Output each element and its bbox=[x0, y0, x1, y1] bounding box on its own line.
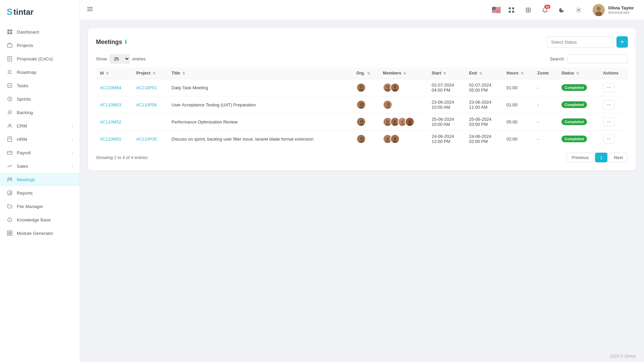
logo: S tintar bbox=[0, 0, 80, 24]
next-button[interactable]: Next bbox=[609, 153, 628, 162]
col-hours[interactable]: Hours ⇅ bbox=[502, 67, 533, 79]
sidebar-item-tasks[interactable]: Tasks bbox=[0, 79, 80, 92]
sidebar-item-hrm-label: HRM bbox=[17, 137, 71, 142]
sidebar-item-sprints[interactable]: Sprints bbox=[0, 92, 80, 106]
cell-start: 23-06-202410:00 AM bbox=[428, 96, 465, 113]
col-end[interactable]: End ⇅ bbox=[465, 67, 503, 79]
svg-text:tintar: tintar bbox=[13, 7, 34, 16]
menu-toggle-icon[interactable] bbox=[87, 6, 93, 14]
row-actions-button[interactable]: ··· bbox=[603, 134, 615, 144]
meeting-id-link[interactable]: #C110M52 bbox=[100, 119, 121, 124]
add-meeting-button[interactable]: + bbox=[616, 36, 628, 48]
sidebar-item-meetings[interactable]: Meetings bbox=[0, 173, 80, 186]
svg-point-62 bbox=[360, 103, 363, 106]
org-avatar-group bbox=[356, 83, 375, 92]
knowledgebase-icon bbox=[7, 217, 13, 223]
svg-point-80 bbox=[408, 120, 411, 123]
col-start[interactable]: Start ⇅ bbox=[428, 67, 465, 79]
svg-rect-4 bbox=[7, 32, 9, 34]
cell-id: #C110M54 bbox=[96, 79, 132, 96]
sidebar-item-modulegenerator[interactable]: Module Generator bbox=[0, 226, 80, 240]
select-status-input[interactable] bbox=[547, 37, 614, 48]
dashboard-icon bbox=[7, 29, 13, 35]
cell-project: #C110P35 bbox=[132, 131, 167, 148]
sidebar-item-crm-label: CRM bbox=[17, 123, 71, 128]
notifications-button[interactable]: 54 bbox=[539, 4, 551, 16]
col-status[interactable]: Status ⇅ bbox=[557, 67, 599, 79]
language-flag[interactable]: 🇺🇸 bbox=[492, 6, 501, 14]
info-icon[interactable]: ℹ bbox=[125, 39, 127, 45]
col-project[interactable]: Project ⇅ bbox=[132, 67, 167, 79]
sidebar-item-dashboard[interactable]: Dashboard bbox=[0, 25, 80, 39]
layout-icon-button[interactable] bbox=[522, 4, 534, 16]
meetings-header: Meetings ℹ + bbox=[96, 36, 628, 48]
cell-end: 23-06-202411:00 AM bbox=[465, 96, 503, 113]
cell-actions: ··· bbox=[599, 79, 628, 96]
search-input[interactable] bbox=[567, 54, 628, 63]
sidebar-item-sales[interactable]: Sales › bbox=[0, 159, 80, 173]
theme-toggle-button[interactable] bbox=[556, 4, 568, 16]
svg-text:S: S bbox=[7, 7, 12, 17]
user-profile-button[interactable]: Olivia Taylor Administrator bbox=[589, 3, 637, 17]
cell-actions: ··· bbox=[599, 131, 628, 148]
col-id[interactable]: Id ⇅ bbox=[96, 67, 132, 79]
col-members[interactable]: Members ⇅ bbox=[379, 67, 428, 79]
meeting-id-link[interactable]: #C110M51 bbox=[100, 137, 121, 142]
sidebar-item-backlog[interactable]: Backlog bbox=[0, 106, 80, 119]
meeting-id-link[interactable]: #C110M54 bbox=[100, 85, 121, 90]
sidebar-item-sales-label: Sales bbox=[17, 164, 71, 169]
user-name: Olivia Taylor bbox=[608, 5, 634, 10]
svg-point-86 bbox=[386, 137, 389, 140]
org-avatar-group bbox=[356, 100, 375, 109]
row-actions-button[interactable]: ··· bbox=[603, 83, 615, 92]
entries-label: entries bbox=[133, 56, 146, 61]
svg-point-71 bbox=[386, 120, 389, 123]
cell-end: 25-06-202403:00 PM bbox=[465, 113, 503, 131]
search-box: Search: bbox=[550, 54, 628, 63]
settings-button[interactable] bbox=[573, 4, 585, 16]
entries-select[interactable]: 25 10 50 100 bbox=[110, 54, 130, 63]
cell-id: #C110M51 bbox=[96, 131, 132, 148]
footer: 2024 © Stintar bbox=[80, 351, 644, 362]
sidebar-item-knowledgebase-label: Knowledge Base bbox=[17, 217, 73, 222]
svg-point-56 bbox=[386, 85, 389, 88]
header: 🇺🇸 54 Olivia Taylor Administrator bbox=[80, 0, 644, 20]
meetings-icon bbox=[7, 176, 13, 183]
sidebar-item-proposals[interactable]: Proposals (CoCo) bbox=[0, 52, 80, 65]
cell-members bbox=[379, 96, 428, 113]
sidebar-item-roadmap[interactable]: Roadmap bbox=[0, 65, 80, 79]
project-link[interactable]: #C110P06 bbox=[136, 102, 157, 107]
svg-point-65 bbox=[387, 103, 390, 106]
sidebar-item-reports[interactable]: Reports bbox=[0, 186, 80, 200]
col-title[interactable]: Title ⇅ bbox=[167, 67, 352, 79]
cell-members bbox=[379, 131, 428, 148]
row-actions-button[interactable]: ··· bbox=[603, 100, 615, 109]
cell-actions: ··· bbox=[599, 96, 628, 113]
cell-title: Discuss on sprint, backlog user filter i… bbox=[167, 131, 352, 148]
project-link[interactable]: #C110P01 bbox=[136, 85, 157, 90]
cell-id: #C110M52 bbox=[96, 113, 132, 131]
sidebar-item-projects[interactable]: Projects bbox=[0, 39, 80, 52]
cell-title: Daily Task Meeting bbox=[167, 79, 352, 96]
cell-members bbox=[379, 113, 428, 131]
previous-button[interactable]: Previous bbox=[566, 153, 594, 162]
sidebar-item-filemanager[interactable]: File Manager bbox=[0, 200, 80, 213]
table-row: #C110M51 #C110P35 Discuss on sprint, bac… bbox=[96, 131, 628, 148]
sidebar-item-crm[interactable]: CRM › bbox=[0, 119, 80, 133]
cell-members bbox=[379, 79, 428, 96]
svg-rect-37 bbox=[10, 234, 12, 236]
meeting-id-link[interactable]: #C110M53 bbox=[100, 102, 121, 107]
sidebar-item-payroll[interactable]: Payroll › bbox=[0, 146, 80, 159]
row-actions-button[interactable]: ··· bbox=[603, 117, 615, 126]
col-zoom: Zoom bbox=[533, 67, 557, 79]
sidebar-item-projects-label: Projects bbox=[17, 43, 73, 48]
project-link[interactable]: #C110P35 bbox=[136, 137, 157, 142]
apps-icon-button[interactable] bbox=[505, 4, 517, 16]
sidebar-item-knowledgebase[interactable]: Knowledge Base bbox=[0, 213, 80, 226]
show-label: Show bbox=[96, 56, 107, 61]
sidebar-item-hrm[interactable]: HRM › bbox=[0, 133, 80, 146]
svg-point-50 bbox=[597, 7, 601, 11]
pagination-row: Showing 1 to 4 of 4 entries Previous 1 N… bbox=[96, 153, 628, 162]
col-org[interactable]: Org. ⇅ bbox=[352, 67, 379, 79]
page-1-button[interactable]: 1 bbox=[595, 153, 607, 162]
